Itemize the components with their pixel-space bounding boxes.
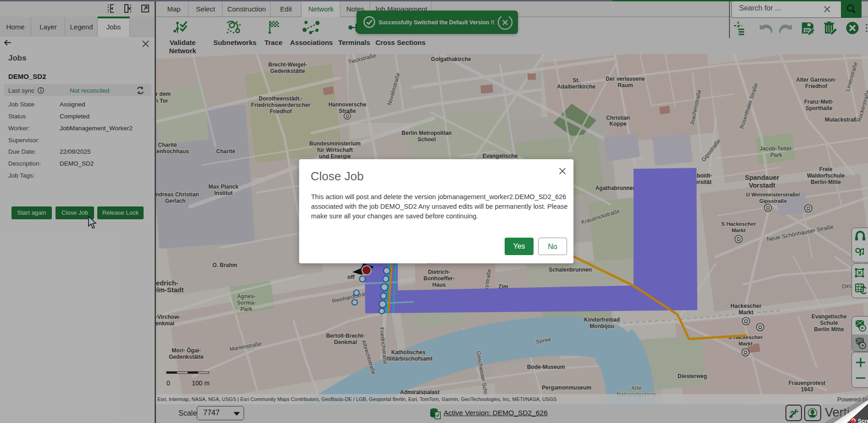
svg-text:Scre: Scre [858,418,868,423]
